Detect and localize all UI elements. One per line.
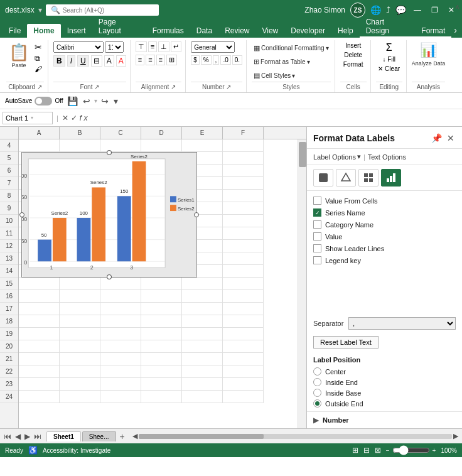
category-name-checkbox[interactable] (313, 220, 321, 229)
row-10[interactable]: 10 (0, 215, 18, 227)
sheet-nav-next[interactable]: ▶ (23, 432, 31, 441)
panel-icon-border[interactable] (336, 169, 356, 187)
cell[interactable] (141, 340, 182, 353)
row-9[interactable]: 9 (0, 202, 18, 215)
cell[interactable] (60, 303, 100, 315)
sheet-nav-first[interactable]: ⏮ (3, 432, 13, 441)
sheet-tab-sheet2[interactable]: Shee... (82, 431, 116, 441)
cell[interactable] (182, 139, 223, 152)
underline-button[interactable]: U (77, 55, 89, 67)
cut-button[interactable]: ✂ (33, 41, 44, 53)
row-6[interactable]: 6 (0, 165, 18, 177)
name-box[interactable]: Chart 1 ▾ (3, 112, 53, 124)
cell[interactable] (182, 315, 223, 328)
center-radio[interactable] (313, 367, 321, 376)
reset-label-text-button[interactable]: Reset Label Text (313, 336, 379, 349)
cell[interactable] (223, 391, 264, 403)
cell[interactable] (223, 240, 264, 252)
tab-chart-design[interactable]: Chart Design (360, 15, 416, 38)
cell[interactable] (19, 139, 60, 152)
col-header-e[interactable]: E (182, 127, 223, 139)
analyze-data-button[interactable]: 📊 (418, 41, 439, 59)
insert-function-button[interactable]: f x (80, 114, 88, 122)
panel-pin-icon[interactable]: 📌 (430, 132, 443, 144)
ribbon-collapse-button[interactable]: ∧ (455, 3, 459, 10)
row-20[interactable]: 20 (0, 340, 18, 353)
cell[interactable] (182, 340, 223, 353)
series-name-checkbox[interactable] (313, 208, 321, 217)
row-15[interactable]: 15 (0, 278, 18, 290)
cell[interactable] (141, 315, 182, 328)
cell[interactable] (141, 278, 182, 290)
handle-mr[interactable] (194, 212, 199, 217)
tab-file[interactable]: File (3, 24, 27, 38)
cell[interactable] (100, 278, 141, 290)
cell[interactable] (19, 278, 60, 290)
inside-base-radio[interactable] (313, 389, 321, 397)
cell[interactable] (100, 139, 141, 152)
cell[interactable] (182, 353, 223, 365)
cell[interactable] (19, 378, 60, 391)
cell[interactable] (182, 378, 223, 391)
cell[interactable] (182, 391, 223, 403)
number-format-select[interactable]: General (191, 41, 235, 53)
col-header-a[interactable]: A (19, 127, 60, 139)
show-leader-lines-checkbox[interactable] (313, 244, 321, 252)
cell[interactable] (100, 315, 141, 328)
font-expand-icon[interactable]: ↗ (94, 84, 99, 90)
cell[interactable] (19, 315, 60, 328)
currency-button[interactable]: $ (191, 55, 200, 65)
cell[interactable] (19, 391, 60, 403)
cell[interactable] (60, 328, 100, 340)
fill-button[interactable]: ↓ Fill (380, 55, 397, 63)
page-break-view-icon[interactable]: ⊠ (375, 446, 381, 455)
save-button[interactable]: 💾 (66, 96, 79, 106)
cell[interactable] (223, 177, 264, 190)
cell[interactable] (141, 365, 182, 378)
text-options-button[interactable]: Text Options (368, 153, 406, 161)
chart-container[interactable]: 0 50 100 150 200 (21, 152, 197, 278)
cell[interactable] (141, 290, 182, 303)
comma-button[interactable]: , (213, 55, 220, 65)
row-23[interactable]: 23 (0, 378, 18, 391)
cell[interactable] (60, 315, 100, 328)
cell[interactable] (182, 290, 223, 303)
cell[interactable] (60, 278, 100, 290)
col-header-b[interactable]: B (60, 127, 100, 139)
increase-decimal-button[interactable]: .0 (220, 55, 230, 65)
align-right-button[interactable]: ≡ (156, 55, 165, 65)
sheet-tab-sheet1[interactable]: Sheet1 (46, 431, 81, 441)
zoom-in-button[interactable]: + (432, 447, 436, 454)
separator-select[interactable]: , ; (Space) (348, 317, 456, 330)
handle-tr[interactable] (107, 150, 112, 155)
cell[interactable] (100, 290, 141, 303)
cell[interactable] (223, 353, 264, 365)
value-checkbox[interactable] (313, 232, 321, 241)
align-top-button[interactable]: ⊤ (136, 41, 147, 52)
paste-button[interactable]: 📋 Paste (6, 41, 31, 74)
cell[interactable] (19, 365, 60, 378)
align-left-button[interactable]: ≡ (136, 55, 144, 65)
row-11[interactable]: 11 (0, 227, 18, 240)
panel-icon-effects[interactable] (358, 169, 379, 187)
value-from-cells-checkbox[interactable] (313, 197, 321, 205)
number-expand-section[interactable]: ▶ Number (307, 411, 462, 428)
cell[interactable] (141, 353, 182, 365)
vertical-scrollbar[interactable] (298, 139, 306, 428)
format-cells-button[interactable]: Format (341, 60, 365, 68)
row-4[interactable]: 4 (0, 139, 18, 152)
cell[interactable] (60, 139, 100, 152)
search-box[interactable]: 🔍 (46, 4, 159, 16)
h-scrollbar-track[interactable] (139, 434, 452, 439)
delete-cells-button[interactable]: Delete (342, 51, 364, 59)
format-as-table-button[interactable]: ⊞ Format as Table ▾ (252, 57, 312, 67)
add-sheet-button[interactable]: + (117, 431, 127, 441)
cell[interactable] (60, 365, 100, 378)
cell[interactable] (100, 378, 141, 391)
cell[interactable] (223, 265, 264, 278)
clipboard-expand-icon[interactable]: ↗ (37, 84, 42, 90)
align-middle-button[interactable]: ≡ (148, 41, 157, 52)
alignment-expand-icon[interactable]: ↗ (171, 84, 176, 90)
cell[interactable] (60, 378, 100, 391)
font-color-button[interactable]: A (116, 55, 126, 67)
